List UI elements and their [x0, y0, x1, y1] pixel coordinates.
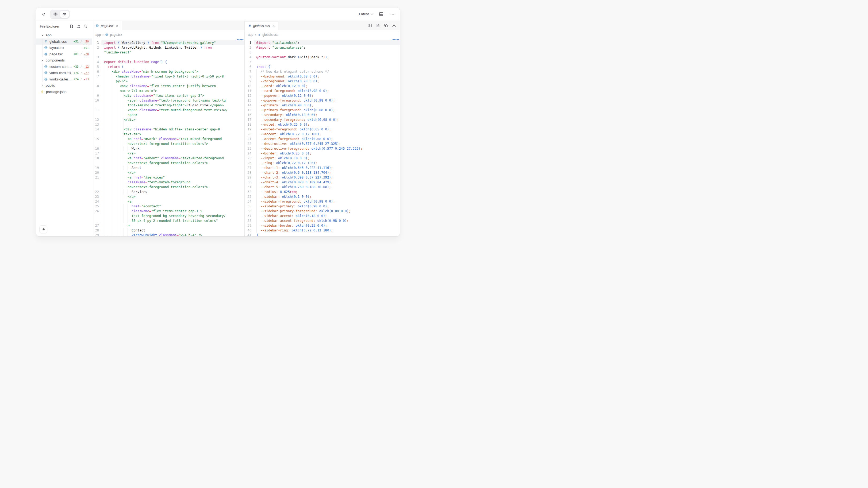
- tree-file-package.json[interactable]: {}package.json: [36, 89, 92, 95]
- code-line: text-sm">: [92, 132, 244, 136]
- download-button[interactable]: [391, 22, 397, 29]
- diff-badge: +51 / -50: [73, 40, 89, 43]
- code-line: font-semibold tracking-tight">Studio Pix…: [92, 103, 244, 108]
- tree-file-page.tsx[interactable]: page.tsx+81 / -28: [36, 51, 92, 58]
- line-number: 20: [245, 132, 254, 136]
- panel-bottom-icon: [379, 12, 383, 16]
- line-number: 4: [92, 60, 101, 64]
- indent-guides: [104, 136, 128, 141]
- tree-file-works-galler[interactable]: works-galler…+24 / -13: [36, 76, 92, 83]
- indent-guides: [256, 98, 260, 103]
- horizontal-scrollbar-thumb[interactable]: [392, 39, 399, 40]
- code-line: 15<a href="#work" className="text-muted-…: [92, 136, 244, 141]
- code-line: 5return (: [92, 64, 244, 69]
- line-number: 27: [245, 165, 254, 170]
- breadcrumb-folder[interactable]: app: [95, 33, 101, 37]
- code-line: "lucide-react": [92, 50, 244, 55]
- indent-guides: [256, 89, 260, 93]
- code-line: 18<a href="#about" className="text-muted…: [92, 156, 244, 161]
- json-file-icon: {}: [40, 90, 44, 94]
- code-editor-page-tsx[interactable]: 1import { WorksGallery } from "@/compone…: [92, 39, 244, 236]
- indent-guides: [104, 156, 128, 161]
- breadcrumb-right: app › # globals.css: [245, 30, 400, 39]
- version-label: Latest: [359, 12, 369, 16]
- code-line: 2@import "tw-animate-css";: [245, 45, 400, 50]
- line-number: 26: [92, 209, 101, 214]
- line-number: 5: [245, 60, 254, 64]
- tab-page-tsx[interactable]: page.tsx: [92, 21, 122, 30]
- line-number: 31: [245, 185, 254, 190]
- line-number: 9: [245, 79, 254, 84]
- code-line: 23--destructive-foreground: oklch(0.577 …: [245, 146, 400, 151]
- code-line: 17--secondary-foreground: oklch(0.98 0 0…: [245, 117, 400, 122]
- line-number: 25: [245, 156, 254, 161]
- line-number: 16: [92, 146, 101, 151]
- line-number: 16: [245, 112, 254, 117]
- line-number: 2: [245, 45, 254, 50]
- copy-code-button[interactable]: [383, 22, 389, 29]
- collapse-panel-button[interactable]: [40, 10, 47, 18]
- diff-badge: +81 / -28: [73, 53, 89, 56]
- indent-guides: [256, 112, 260, 117]
- tree-file-custom-curs[interactable]: custom-curs…+33 / -12: [36, 64, 92, 70]
- tree-item-label: package.json: [46, 90, 67, 94]
- folder-plus-icon: [76, 24, 81, 28]
- code-line: 36--sidebar-primary-foreground: oklch(0.…: [245, 209, 400, 214]
- code-line: hover:text-foreground transition-colors"…: [92, 141, 244, 146]
- preview-toggle-button[interactable]: [51, 10, 60, 18]
- code-line: 22Services: [92, 190, 244, 194]
- tree-folder-public[interactable]: public: [36, 82, 92, 89]
- new-file-button[interactable]: [68, 23, 74, 29]
- line-number: [92, 180, 101, 185]
- code-line: 14<div className="hidden md:flex items-c…: [92, 127, 244, 132]
- horizontal-scrollbar-thumb[interactable]: [237, 39, 244, 40]
- indent-guides: [256, 79, 260, 84]
- tab-globals-css[interactable]: # globals.css: [245, 21, 278, 30]
- code-line: 4export default function Page() {: [92, 60, 244, 64]
- tree-folder-app[interactable]: app: [36, 32, 92, 38]
- panel-bottom-button[interactable]: [377, 10, 385, 18]
- close-tab-icon[interactable]: [115, 24, 119, 28]
- file-explorer-title: File Explorer: [40, 24, 59, 28]
- new-folder-button[interactable]: [75, 23, 81, 29]
- tree-item-label: app: [46, 33, 52, 37]
- line-number: 36: [245, 209, 254, 214]
- file-diff-button[interactable]: [375, 22, 381, 29]
- code-toggle-button[interactable]: [60, 10, 69, 18]
- line-number: [92, 50, 101, 55]
- indent-guides: [256, 108, 260, 112]
- breadcrumb-folder[interactable]: app: [248, 33, 253, 37]
- code-line: 22--destructive: oklch(0.577 0.245 27.32…: [245, 141, 400, 146]
- code-editor-globals-css[interactable]: 1@import "tailwindcss";2@import "tw-anim…: [245, 39, 400, 236]
- code-line: 32--radius: 0.625rem;: [245, 190, 400, 194]
- search-files-button[interactable]: [82, 23, 88, 29]
- ellipsis-icon: [390, 12, 395, 16]
- tree-file-video-card.tsx[interactable]: video-card.tsx+76 / -27: [36, 70, 92, 76]
- close-tab-icon[interactable]: [272, 24, 275, 28]
- code-line: 31--chart-5: oklch(0.769 0.188 70.08);: [245, 185, 400, 190]
- top-toolbar: Latest: [36, 7, 400, 21]
- tree-file-globals.css[interactable]: #globals.css+51 / -50: [36, 38, 92, 45]
- line-number: 1: [92, 40, 101, 45]
- copy-icon: [384, 24, 388, 28]
- tree-folder-components[interactable]: components: [36, 57, 92, 64]
- code-line: 41}: [245, 233, 400, 236]
- version-dropdown[interactable]: Latest: [359, 12, 374, 16]
- code-line: 12</div>: [92, 117, 244, 122]
- indent-guides: [104, 112, 128, 117]
- code-line: 28--chart-2: oklch(0.6 0.118 184.704);: [245, 170, 400, 175]
- tree-item-label: page.tsx: [50, 52, 63, 56]
- tab-label: page.tsx: [101, 24, 113, 28]
- line-number: 23: [92, 194, 101, 199]
- search-icon: [84, 24, 88, 28]
- line-number: 8: [245, 74, 254, 79]
- chevron-down-icon: [370, 12, 374, 16]
- split-editor-button[interactable]: [367, 22, 373, 29]
- more-options-button[interactable]: [389, 10, 396, 18]
- tree-file-layout.tsx[interactable]: layout.tsx+51: [36, 45, 92, 51]
- collapse-sidebar-button[interactable]: [39, 225, 47, 233]
- line-number: 35: [245, 204, 254, 209]
- code-line: 39--sidebar-border: oklch(0.25 0 0);: [245, 223, 400, 228]
- code-line: 15--primary-foreground: oklch(0.08 0 0);: [245, 108, 400, 112]
- code-line: 12--popover: oklch(0.12 0 0);: [245, 93, 400, 98]
